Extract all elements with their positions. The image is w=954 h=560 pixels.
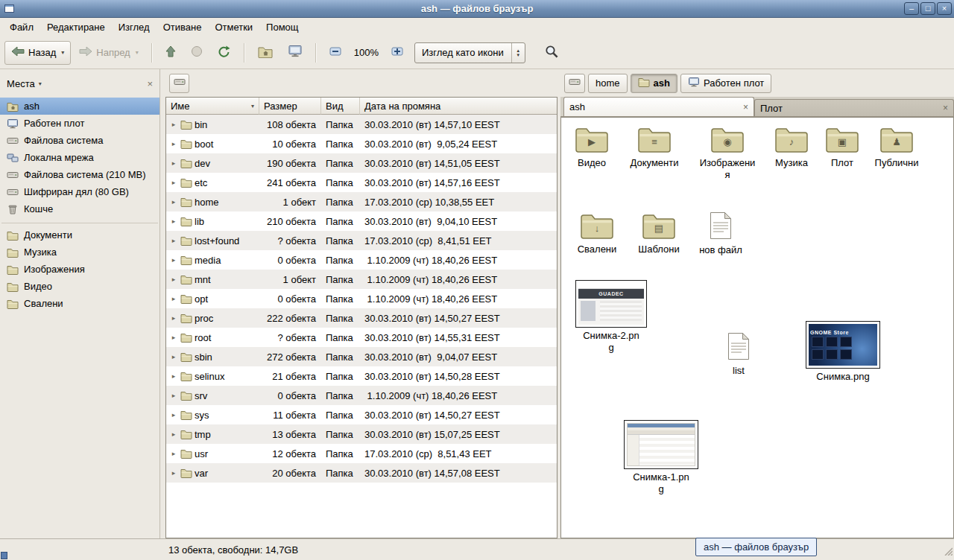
table-row[interactable]: ▸srv0 обектаПапка 1.10.2009 (чт) 18,40,2… [166, 386, 557, 405]
expander-icon[interactable]: ▸ [169, 159, 178, 167]
icon-item-6[interactable]: ↓Свалени [561, 211, 633, 255]
close-button[interactable]: × [937, 2, 952, 15]
table-row[interactable]: ▸lost+found? обектаПапка17.03.2010 (ср) … [166, 231, 557, 250]
expander-icon[interactable]: ▸ [169, 314, 178, 322]
path-button-home[interactable]: home [588, 74, 628, 93]
sidebar-item-7[interactable]: Документи [0, 226, 159, 244]
chevron-down-icon[interactable]: ▾ [39, 80, 42, 87]
icon-item-2[interactable]: ◉Изображения [692, 125, 763, 181]
pane-splitter[interactable] [160, 69, 165, 538]
column-header-type[interactable]: Вид [321, 98, 360, 115]
table-row[interactable]: ▸proc222 обектаПапка30.03.2010 (вт) 14,5… [166, 308, 557, 328]
icon-item-8[interactable]: нов файл [685, 211, 756, 256]
menu-item-1[interactable]: Редактиране [40, 19, 112, 35]
column-header-name[interactable]: Име ▾ [166, 98, 259, 115]
table-row[interactable]: ▸bin108 обектаПапка30.03.2010 (вт) 14,57… [166, 115, 557, 134]
sidebar-title[interactable]: Места [7, 78, 35, 89]
table-row[interactable]: ▸etc241 обектаПапка30.03.2010 (вт) 14,57… [166, 173, 557, 192]
forward-button[interactable]: Напред ▾ [72, 41, 145, 65]
path-button-drive[interactable] [564, 74, 585, 93]
menu-item-3[interactable]: Отиване [157, 19, 209, 35]
zoom-in-button[interactable] [385, 41, 410, 65]
computer-button[interactable] [281, 41, 309, 65]
table-row[interactable]: ▸boot10 обектаПапка30.03.2010 (вт) 9,05,… [166, 134, 557, 153]
sidebar-close-icon[interactable]: × [147, 78, 153, 89]
table-row[interactable]: ▸opt0 обектаПапка 1.10.2009 (чт) 18,40,2… [166, 289, 557, 308]
column-header-date[interactable]: Дата на промяна [360, 98, 557, 115]
expander-icon[interactable]: ▸ [169, 469, 178, 477]
expander-icon[interactable]: ▸ [169, 198, 178, 206]
table-row[interactable]: ▸lib210 обектаПапка30.03.2010 (вт) 9,04,… [166, 211, 557, 231]
table-row[interactable]: ▸tmp13 обектаПапка30.03.2010 (вт) 15,07,… [166, 424, 557, 444]
sidebar-item-11[interactable]: Свалени [0, 295, 159, 312]
zoom-out-button[interactable] [323, 41, 348, 65]
table-row[interactable]: ▸home1 обектПапка17.03.2010 (ср) 10,38,5… [166, 192, 557, 211]
table-row[interactable]: ▸sys11 обектаПапка30.03.2010 (вт) 14,50,… [166, 405, 557, 424]
sidebar-item-4[interactable]: Файлова система (210 MB) [0, 166, 159, 183]
sidebar-item-5[interactable]: Шифриран дял (80 GB) [0, 183, 159, 200]
expander-icon[interactable]: ▸ [169, 334, 178, 341]
reload-button[interactable] [211, 41, 238, 65]
table-row[interactable]: ▸dev190 обектаПапка30.03.2010 (вт) 14,51… [166, 153, 557, 173]
menu-item-0[interactable]: Файл [3, 19, 40, 35]
table-row[interactable]: ▸selinux21 обектаПапка30.03.2010 (вт) 14… [166, 366, 557, 386]
sidebar-item-0[interactable]: ash [0, 98, 159, 115]
resize-grip-icon[interactable] [943, 546, 953, 558]
table-row[interactable]: ▸media0 обектаПапка 1.10.2009 (чт) 18,40… [166, 250, 557, 270]
expander-icon[interactable]: ▸ [169, 256, 178, 264]
expander-icon[interactable]: ▸ [169, 237, 178, 244]
table-row[interactable]: ▸root? обектаПапка30.03.2010 (вт) 14,55,… [166, 328, 557, 347]
icon-item-1[interactable]: ≡Документи [619, 125, 690, 169]
icon-item-0[interactable]: ▶Видео [560, 125, 628, 169]
menu-item-5[interactable]: Помощ [259, 19, 305, 35]
zoom-level[interactable]: 100% [350, 47, 383, 58]
expander-icon[interactable]: ▸ [169, 392, 178, 399]
path-button-Работен плот[interactable]: Работен плот [680, 74, 771, 93]
expander-icon[interactable]: ▸ [169, 353, 178, 360]
back-history-chevron-icon[interactable]: ▾ [61, 49, 64, 56]
search-button[interactable] [537, 41, 566, 65]
tab-ash[interactable]: ash× [563, 97, 754, 116]
view-mode-select[interactable]: Изглед като икони ▲▼ [414, 42, 525, 63]
expander-icon[interactable]: ▸ [169, 179, 178, 186]
column-header-size[interactable]: Размер [259, 98, 321, 115]
tab-close-icon[interactable]: × [743, 102, 748, 112]
up-button[interactable] [159, 41, 183, 65]
sidebar-item-8[interactable]: Музика [0, 244, 159, 261]
sidebar-item-2[interactable]: Файлова система [0, 132, 159, 149]
expander-icon[interactable]: ▸ [169, 450, 178, 457]
expander-icon[interactable]: ▸ [169, 217, 178, 225]
sidebar-item-1[interactable]: Работен плот [0, 115, 159, 132]
expander-icon[interactable]: ▸ [169, 140, 178, 147]
tab-close-icon[interactable]: × [943, 103, 948, 113]
icon-item-11[interactable]: GNOME StoreСнимка.png [807, 321, 879, 383]
expander-icon[interactable]: ▸ [169, 295, 178, 302]
icon-item-9[interactable]: GUADECСнимка-2.png [575, 280, 647, 354]
icon-item-10[interactable]: list [703, 332, 774, 377]
stop-button[interactable] [184, 41, 209, 65]
combo-spinner-icon[interactable]: ▲▼ [511, 43, 525, 63]
expander-icon[interactable]: ▸ [169, 411, 178, 419]
icon-item-7[interactable]: ▤Шаблони [623, 211, 695, 255]
icon-item-5[interactable]: ♟Публични [861, 125, 932, 169]
sidebar-item-10[interactable]: Видео [0, 278, 159, 295]
menu-item-4[interactable]: Отметки [208, 19, 259, 35]
table-row[interactable]: ▸mnt1 обектПапка 1.10.2009 (чт) 18,40,26… [166, 270, 557, 289]
maximize-button[interactable]: □ [920, 2, 935, 15]
sidebar-item-9[interactable]: Изображения [0, 261, 159, 278]
table-row[interactable]: ▸sbin272 обектаПапка30.03.2010 (вт) 9,04… [166, 347, 557, 366]
icon-view[interactable]: ▶Видео≡Документи◉Изображения♪Музика▣Плот… [560, 117, 954, 538]
home-button[interactable] [251, 41, 279, 65]
expander-icon[interactable]: ▸ [169, 121, 178, 128]
table-row[interactable]: ▸var20 обектаПапка30.03.2010 (вт) 14,57,… [166, 463, 557, 483]
menu-item-2[interactable]: Изглед [112, 19, 157, 35]
sidebar-item-6[interactable]: Кошче [0, 200, 159, 217]
sidebar-item-3[interactable]: Локална мрежа [0, 149, 159, 166]
expander-icon[interactable]: ▸ [169, 372, 178, 380]
icon-item-12[interactable]: Снимка-1.png [625, 420, 697, 495]
tab-Плот[interactable]: Плот× [754, 99, 954, 116]
expander-icon[interactable]: ▸ [169, 276, 178, 283]
path-button-ash[interactable]: ash [631, 74, 677, 93]
minimize-button[interactable]: – [904, 2, 919, 15]
back-button[interactable]: Назад ▾ [4, 41, 71, 65]
